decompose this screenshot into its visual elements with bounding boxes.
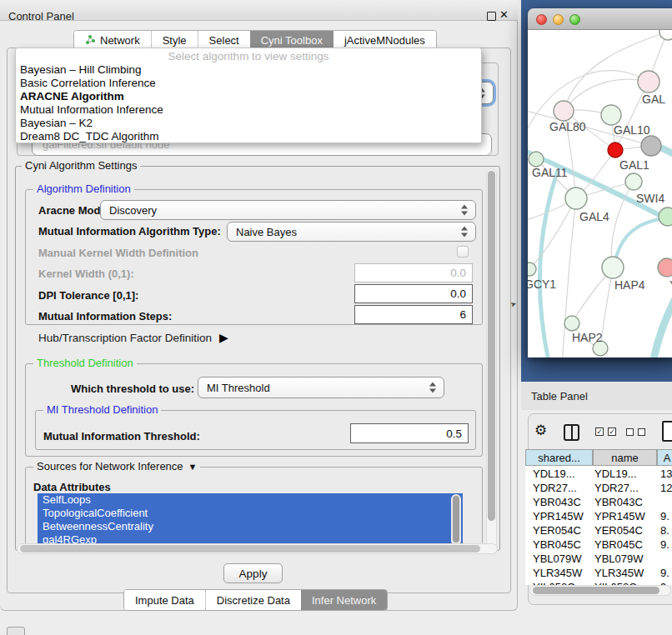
settings-vertical-scrollbar-thumb[interactable] xyxy=(488,171,495,521)
network-node[interactable] xyxy=(564,316,579,331)
cell: 9. xyxy=(660,567,669,579)
mi-threshold-field[interactable]: 0.5 xyxy=(350,423,469,443)
network-node[interactable] xyxy=(529,152,544,167)
mi-steps-field[interactable]: 6 xyxy=(354,305,473,324)
network-edge xyxy=(539,170,558,358)
apply-button[interactable]: Apply xyxy=(223,563,283,583)
attribute-item-selfloops[interactable]: SelfLoops xyxy=(38,493,463,507)
network-node-label: GAL11 xyxy=(532,166,568,179)
cell: YER054C xyxy=(533,524,581,537)
network-node-label: GAL80 xyxy=(549,120,586,133)
attribute-list-scrollbar-thumb[interactable] xyxy=(453,496,459,542)
algorithm-option-basic-correlation-inference[interactable]: Basic Correlation Inference xyxy=(16,77,481,90)
manual-kernel-checkbox[interactable] xyxy=(457,246,469,258)
network-node[interactable] xyxy=(659,30,672,40)
table-row[interactable]: YBR045CYBR045C9. xyxy=(525,538,672,552)
manual-kernel-label: Manual Kernel Width Definition xyxy=(38,247,198,259)
tab-label: Network xyxy=(100,34,140,47)
cell: YER054C xyxy=(594,524,643,537)
table-row[interactable]: YLR345WYLR345W9. xyxy=(525,566,672,580)
column-header-name[interactable]: name xyxy=(593,449,657,466)
algorithm-option-bayesian-k2[interactable]: Bayesian – K2 xyxy=(16,117,481,130)
network-node-label: GAL1 xyxy=(619,158,649,172)
close-traffic-light[interactable] xyxy=(536,14,547,25)
algorithm-option-mutual-information-inference[interactable]: Mutual Information Inference xyxy=(16,103,481,117)
table-row[interactable]: YBL079WYBL079W xyxy=(525,552,672,566)
table-row[interactable]: YDL19...YDL19...13 xyxy=(525,467,672,481)
unchecked-box-icon[interactable] xyxy=(638,428,645,436)
bottom-tab-discretize-data[interactable]: Discretize Data xyxy=(205,590,301,610)
algorithm-option-aracne-algorithm[interactable]: ARACNE Algorithm xyxy=(16,90,481,103)
which-threshold-combo[interactable]: MI Threshold xyxy=(198,377,444,398)
aracne-mode-combo[interactable]: Discovery xyxy=(100,200,476,220)
cell: 12 xyxy=(660,482,672,494)
expanded-arrow-icon[interactable]: ▼ xyxy=(188,462,198,472)
sources-title[interactable]: Sources for Network Inference▼ xyxy=(33,461,200,472)
cell: YBL079W xyxy=(594,552,644,565)
attribute-item-betweennesscentrality[interactable]: BetweennessCentrality xyxy=(38,520,463,533)
hub-definition-toggle[interactable]: Hub/Transcription Factor Definition▶ xyxy=(38,331,228,344)
network-node[interactable] xyxy=(641,136,661,156)
network-node[interactable] xyxy=(601,105,621,125)
tab-label: Style xyxy=(163,34,187,47)
network-node[interactable] xyxy=(602,257,624,278)
network-node[interactable] xyxy=(528,262,536,276)
float-window-icon[interactable] xyxy=(487,12,496,21)
bottom-tab-impute-data[interactable]: Impute Data xyxy=(124,590,205,610)
combo-spinner-icon xyxy=(461,205,469,216)
columns-icon[interactable] xyxy=(564,424,579,441)
mi-steps-label: Mutual Information Steps: xyxy=(38,310,172,322)
mi-type-value: Naive Bayes xyxy=(236,226,297,238)
network-tab-icon xyxy=(85,34,96,48)
combo-spinner-icon xyxy=(461,227,469,238)
network-canvas[interactable]: GALGAL80GAL10GAL1GAL11GAL4SWI4GCY1HAP4YH… xyxy=(528,30,672,358)
corner-button[interactable] xyxy=(7,627,25,635)
column-header-a[interactable]: A xyxy=(657,449,672,466)
mi-type-combo[interactable]: Naive Bayes xyxy=(227,222,476,242)
attribute-item-topologicalcoefficient[interactable]: TopologicalCoefficient xyxy=(38,507,463,520)
table-row[interactable]: YER054CYER054C8. xyxy=(525,523,672,538)
bottom-tab-infer-network[interactable]: Infer Network xyxy=(301,590,387,610)
close-icon[interactable]: ✕ xyxy=(499,8,509,21)
kernel-width-field[interactable]: 0.0 xyxy=(354,263,473,282)
cell: YPR145W xyxy=(594,510,645,522)
table-body: YDL19...YDL19...13YDR27...YDR27...12YBR0… xyxy=(525,466,672,585)
network-node-label: GCY1 xyxy=(528,278,556,291)
algorithm-dropdown: Select algorithm to view settings Bayesi… xyxy=(15,48,482,143)
network-node[interactable] xyxy=(659,208,672,226)
table-horizontal-scrollbar-thumb[interactable] xyxy=(533,587,659,594)
unchecked-box-icon[interactable] xyxy=(626,428,634,436)
document-icon[interactable] xyxy=(662,421,672,442)
zoom-traffic-light[interactable] xyxy=(569,14,580,25)
collapsed-arrow-icon[interactable]: ▶ xyxy=(219,331,228,344)
checked-box-icon[interactable]: ✓ xyxy=(608,428,616,436)
network-node[interactable] xyxy=(658,258,672,277)
mi-threshold-value: 0.5 xyxy=(446,428,462,440)
network-node[interactable] xyxy=(554,101,574,121)
data-attributes-list[interactable]: SelfLoopsTopologicalCoefficientBetweenne… xyxy=(38,493,463,547)
network-node[interactable] xyxy=(625,173,642,190)
network-node[interactable] xyxy=(638,71,659,92)
network-view-window: GALGAL80GAL10GAL1GAL11GAL4SWI4GCY1HAP4YH… xyxy=(528,8,672,358)
minimize-traffic-light[interactable] xyxy=(553,14,564,25)
network-window-titlebar[interactable] xyxy=(528,8,672,30)
aracne-mode-value: Discovery xyxy=(109,204,157,217)
network-node[interactable] xyxy=(565,188,587,209)
network-node[interactable] xyxy=(608,142,623,158)
table-row[interactable]: YDR27...YDR27...12 xyxy=(525,481,672,495)
mi-threshold-definition-title: MI Threshold Definition xyxy=(43,404,161,416)
algorithm-option-dream8-dc-tdc-algorithm[interactable]: Dream8 DC_TDC Algorithm xyxy=(16,130,481,143)
settings-horizontal-scrollbar-thumb[interactable] xyxy=(20,545,480,552)
algorithm-option-bayesian-hill-climbing[interactable]: Bayesian – Hill Climbing xyxy=(16,63,481,77)
checked-box-icon[interactable]: ✓ xyxy=(595,428,604,436)
table-row[interactable]: YBR043CYBR043C xyxy=(525,495,672,509)
column-header-shared[interactable]: shared... xyxy=(525,449,593,466)
tab-label: Discretize Data xyxy=(217,594,290,607)
gear-icon[interactable]: ⚙ xyxy=(534,422,547,439)
dpi-tolerance-field[interactable]: 0.0 xyxy=(354,284,473,303)
which-threshold-value: MI Threshold xyxy=(207,382,270,394)
algorithm-definition-title: Algorithm Definition xyxy=(33,183,134,195)
cell: 9. xyxy=(660,510,669,522)
table-row[interactable]: YPR145WYPR145W9. xyxy=(525,509,672,523)
cell: YLR345W xyxy=(533,567,582,579)
